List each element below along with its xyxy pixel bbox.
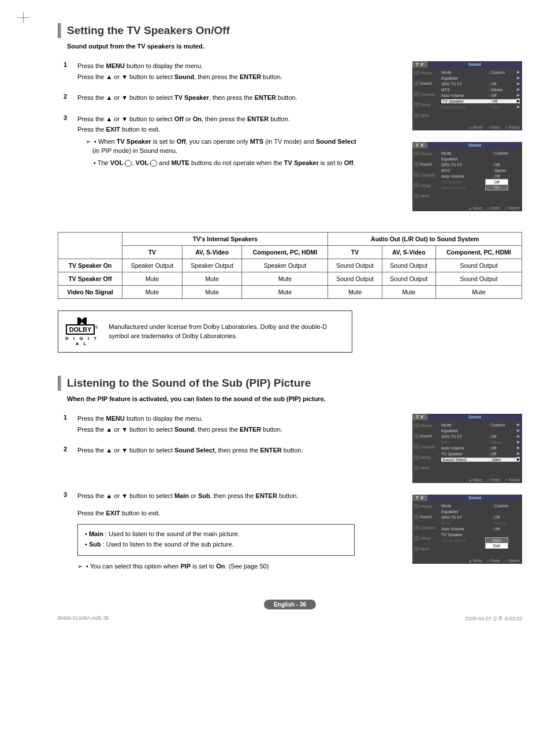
nav-label: Input	[420, 466, 429, 470]
table-header: AV, S-Video	[382, 246, 435, 259]
input-icon	[414, 547, 419, 551]
speaker-output-table: TV's Internal Speakers Audio Out (L/R Ou…	[58, 232, 522, 299]
text: button.	[261, 426, 282, 433]
chevron-right-icon: ▶	[516, 104, 520, 109]
dolby-dd-icon	[77, 317, 87, 324]
table-header: TV	[328, 246, 382, 259]
text: You can select this option when	[90, 563, 181, 570]
table-cell: Speaker Output	[122, 259, 183, 272]
text: or	[184, 115, 193, 122]
title-bar-icon	[58, 23, 61, 38]
input-icon	[414, 113, 419, 118]
step-2: 2 Press the ▲ or ▼ button to select TV S…	[58, 93, 407, 104]
dolby-brand: DOLBY	[66, 324, 95, 335]
section-1-title: Setting the TV Speakers On/Off	[67, 24, 230, 37]
sound-icon	[414, 515, 419, 519]
nav-label: Channel	[420, 92, 435, 96]
nav-label: Picture	[420, 424, 433, 428]
text: : Used to listen to the sound of the sub…	[101, 541, 234, 548]
nav-label: Picture	[420, 504, 433, 508]
step-number: 3	[58, 491, 67, 572]
table-cell: Mute	[182, 272, 242, 286]
osd-row-label: TV Speaker	[441, 533, 520, 537]
channel-icon	[414, 444, 419, 449]
sound-icon	[414, 434, 419, 439]
table-cell: Sound Output	[328, 272, 382, 286]
text: buttons do not operate when the	[189, 159, 284, 166]
osd-row-label: Auto Volume	[441, 174, 492, 178]
text: Press the	[77, 62, 106, 69]
picture-icon	[414, 423, 419, 428]
table-cell: Mute	[122, 272, 183, 286]
on-label: On	[216, 563, 225, 570]
osd-sound-select: T VSound Picture Sound Channel Setup Inp…	[412, 414, 522, 483]
osd-tv-label: T V	[412, 61, 427, 68]
osd-section-label: Sound	[427, 142, 522, 148]
nav-label: Channel	[420, 445, 435, 449]
enter-label: ENTER	[247, 115, 269, 122]
table-rowheader: TV Speaker Off	[58, 272, 122, 286]
text: and	[157, 159, 171, 166]
osd-row-value: : Stereo	[492, 169, 520, 173]
enter-label: ENTER	[255, 94, 276, 101]
osd-row-value: : Custom	[492, 151, 520, 155]
osd-sound-select-popup: T VSound Picture Sound Channel Setup Inp…	[412, 495, 522, 564]
table-cell: Mute	[328, 286, 382, 299]
tvspeaker-label: TV Speaker	[117, 138, 151, 145]
nav-label: Sound	[420, 81, 431, 85]
text: button to display the menu.	[125, 62, 203, 69]
osd-tv-label: T V	[412, 142, 427, 148]
osd-row-label: MTS	[441, 88, 489, 92]
table-cell: Mute	[435, 286, 522, 299]
osd-sound-tvspeaker: T VSound Picture Sound Channel Setup Inp…	[412, 61, 522, 130]
sound-label: Sound	[174, 426, 194, 433]
osd-row-label: MTS	[441, 440, 489, 444]
picture-icon	[414, 504, 419, 508]
text: , you can operate only	[186, 138, 250, 145]
sub-label: Sub	[89, 541, 101, 548]
soundselect-label: Sound Select	[174, 447, 215, 454]
popup-option: Off	[486, 179, 508, 185]
input-icon	[414, 194, 419, 199]
text: is set to	[151, 138, 177, 145]
section-2-subtitle: When the PIP feature is activated, you c…	[67, 395, 522, 402]
osd-row-value: : Off	[489, 93, 516, 98]
step-number: 3	[58, 114, 67, 169]
chevron-right-icon: ▶	[516, 76, 520, 80]
text: Press the ▲ or ▼ button to select	[77, 426, 174, 433]
text: button to exit.	[120, 126, 160, 133]
menu-label: MENU	[106, 62, 125, 69]
nav-label: Sound	[420, 515, 431, 519]
channel-icon	[414, 525, 419, 530]
text: , then press the	[202, 115, 247, 122]
dolby-notice: DOLBY® D I G I T A L Manufactured under …	[58, 310, 352, 353]
off-label: Off	[177, 138, 186, 145]
footer: BN68-01449A.indb 36 2008-04-07 오후 6:03:0…	[58, 615, 522, 623]
setup-icon	[414, 183, 419, 188]
osd-row-label: Mode	[441, 70, 489, 74]
osd-row-label: SRS TS XT	[441, 163, 492, 167]
picture-icon	[414, 151, 419, 156]
nav-label: Input	[420, 547, 429, 551]
footer-move: Move	[469, 125, 482, 129]
tvspeaker-label: TV Speaker	[284, 159, 319, 166]
text: Press the	[77, 126, 106, 133]
table-cell: Speaker Output	[182, 259, 242, 272]
osd-section-label: Sound	[427, 495, 522, 501]
table-cell: Sound Output	[435, 259, 522, 272]
table-cell: Mute	[182, 286, 242, 299]
setup-icon	[414, 455, 419, 460]
footer-return: Return	[504, 125, 520, 129]
footer-move: Move	[469, 206, 482, 210]
chevron-right-icon: ▶	[516, 93, 520, 98]
section-1-heading: Setting the TV Speakers On/Off	[58, 23, 522, 38]
dolby-subbrand: D I G I T A L	[64, 336, 99, 346]
text: Press the ▲ or ▼ button to select	[77, 447, 174, 454]
osd-row-value: : Main	[489, 105, 516, 109]
vol-plus-icon: +	[125, 160, 132, 167]
chevron-right-icon: ▶	[516, 428, 520, 433]
soundselect-label: Sound Select	[316, 138, 356, 145]
osd-row-value: : Off	[489, 82, 516, 86]
footer-filename: BN68-01449A.indb 36	[58, 615, 109, 623]
footer-enter: Enter	[487, 559, 500, 563]
